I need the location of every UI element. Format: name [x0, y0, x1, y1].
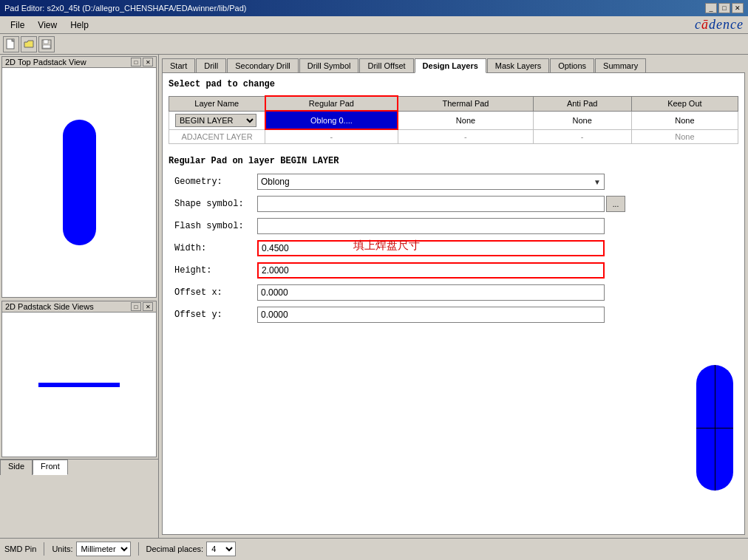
top-view-restore-btn[interactable]: □ [131, 58, 141, 66]
right-panel: Start Drill Secondary Drill Drill Symbol… [159, 55, 748, 538]
adjacent-keep-out[interactable]: None [631, 129, 738, 144]
begin-anti-pad[interactable]: None [533, 111, 631, 129]
flash-symbol-label: Flash symbol: [169, 221, 257, 231]
offset-x-input[interactable] [257, 284, 605, 301]
tab-options[interactable]: Options [550, 58, 594, 73]
menu-view[interactable]: View [32, 18, 63, 32]
top-view-label: 2D Top Padstack View [5, 58, 86, 66]
adjacent-regular-pad[interactable]: - [265, 129, 398, 144]
tab-design-layers[interactable]: Design Layers [415, 58, 486, 73]
menu-items: File View Help [4, 18, 95, 32]
left-panel: 2D Top Padstack View □ ✕ 2D Padstack Sid… [0, 55, 159, 538]
shape-symbol-input[interactable] [257, 196, 605, 212]
width-input[interactable] [257, 240, 605, 256]
begin-layer-name[interactable]: BEGIN LAYER [169, 111, 265, 129]
geometry-value: Oblong [261, 177, 290, 187]
units-select[interactable]: Millimeter Inch [76, 542, 131, 556]
flash-symbol-input[interactable] [257, 218, 605, 234]
decimal-label: Decimal places: [146, 544, 204, 553]
geometry-row: Geometry: Oblong ▼ [169, 174, 738, 190]
content-area: Select pad to change Layer Name Regular … [162, 72, 745, 535]
smd-pin-label: SMD Pin [4, 544, 36, 553]
adjacent-layer-name[interactable]: ADJACENT LAYER [169, 129, 265, 144]
title-bar: Pad Editor: s2x0_45t (D:/allegro_CHENSHA… [0, 0, 748, 16]
toolbar [0, 34, 748, 55]
side-view-content [2, 313, 156, 457]
title-text: Pad Editor: s2x0_45t (D:/allegro_CHENSHA… [4, 4, 247, 13]
begin-keep-out[interactable]: None [631, 111, 738, 129]
header-keep-out: Keep Out [631, 96, 738, 111]
svg-rect-4 [43, 45, 50, 48]
table-row[interactable]: BEGIN LAYER Oblong 0.... None None None [169, 111, 738, 129]
top-pad-shape [63, 120, 96, 245]
tab-mask-layers[interactable]: Mask Layers [487, 58, 549, 73]
side-view-restore-btn[interactable]: □ [131, 302, 141, 311]
height-label: Height: [169, 265, 257, 276]
units-item: Units: Millimeter Inch [52, 542, 130, 556]
right-pad-preview [689, 343, 741, 513]
header-anti-pad: Anti Pad [533, 96, 631, 111]
pad-table: Layer Name Regular Pad Thermal Pad Anti … [169, 95, 738, 144]
adjacent-thermal-pad[interactable]: - [398, 129, 533, 144]
tab-start[interactable]: Start [162, 58, 195, 73]
new-file-button[interactable] [3, 36, 19, 52]
tab-secondary-drill[interactable]: Secondary Drill [227, 58, 299, 73]
menu-file[interactable]: File [4, 18, 30, 32]
shape-symbol-label: Shape symbol: [169, 199, 257, 209]
height-input[interactable] [257, 262, 605, 279]
top-view-close-btn[interactable]: ✕ [143, 58, 153, 66]
svg-rect-3 [44, 40, 48, 44]
close-button[interactable]: ✕ [732, 3, 744, 13]
left-tabs: Side Front [0, 459, 158, 475]
top-view-content [2, 68, 156, 297]
begin-thermal-pad[interactable]: None [398, 111, 533, 129]
geometry-dropdown-arrow: ▼ [594, 178, 601, 186]
restore-button[interactable]: □ [718, 3, 730, 13]
cadence-logo: cādence [695, 17, 744, 33]
offset-x-label: Offset x: [169, 287, 257, 298]
side-tab[interactable]: Side [0, 460, 33, 475]
width-label: Width: [169, 243, 257, 253]
top-view-header: 2D Top Padstack View □ ✕ [2, 57, 156, 68]
offset-x-row: Offset x: [169, 284, 738, 301]
open-file-button[interactable] [21, 36, 37, 52]
side-view-label: 2D Padstack Side Views [5, 302, 94, 311]
header-regular-pad: Regular Pad [265, 96, 398, 111]
begin-regular-pad[interactable]: Oblong 0.... [265, 111, 398, 129]
select-pad-title: Select pad to change [169, 79, 738, 89]
tab-drill[interactable]: Drill [196, 58, 226, 73]
header-thermal-pad: Thermal Pad [398, 96, 533, 111]
layer-dropdown[interactable]: BEGIN LAYER [175, 114, 256, 127]
decimal-select[interactable]: 4 2 3 5 [206, 542, 236, 556]
front-tab[interactable]: Front [33, 460, 68, 475]
height-row: Height: [169, 262, 738, 279]
offset-y-label: Offset y: [169, 310, 257, 320]
main-layout: 2D Top Padstack View □ ✕ 2D Padstack Sid… [0, 55, 748, 538]
shape-symbol-row: Shape symbol: ... [169, 196, 738, 212]
offset-y-row: Offset y: [169, 307, 738, 323]
title-bar-buttons: _ □ ✕ [705, 3, 744, 13]
geometry-label: Geometry: [169, 177, 257, 187]
offset-y-input[interactable] [257, 307, 605, 323]
menu-help[interactable]: Help [64, 18, 95, 32]
status-separator-2 [138, 542, 139, 556]
table-row[interactable]: ADJACENT LAYER - - - None [169, 129, 738, 144]
status-separator-1 [44, 542, 44, 556]
annotation-text: 填上焊盘尺寸 [353, 239, 420, 253]
side-view-header: 2D Padstack Side Views □ ✕ [2, 301, 156, 313]
tab-summary[interactable]: Summary [595, 58, 646, 73]
shape-symbol-browse-button[interactable]: ... [606, 196, 625, 212]
tab-drill-symbol[interactable]: Drill Symbol [299, 58, 359, 73]
side-pad-shape [38, 383, 120, 387]
adjacent-anti-pad[interactable]: - [533, 129, 631, 144]
side-view-close-btn[interactable]: ✕ [143, 302, 153, 311]
flash-symbol-row: Flash symbol: [169, 218, 738, 234]
geometry-select[interactable]: Oblong ▼ [257, 174, 605, 190]
tab-drill-offset[interactable]: Drill Offset [359, 58, 413, 73]
header-layer-name: Layer Name [169, 96, 265, 111]
status-bar: SMD Pin Units: Millimeter Inch Decimal p… [0, 538, 748, 559]
menu-bar: File View Help cādence [0, 16, 748, 34]
tab-bar: Start Drill Secondary Drill Drill Symbol… [159, 55, 748, 72]
save-file-button[interactable] [38, 36, 55, 52]
minimize-button[interactable]: _ [705, 3, 717, 13]
